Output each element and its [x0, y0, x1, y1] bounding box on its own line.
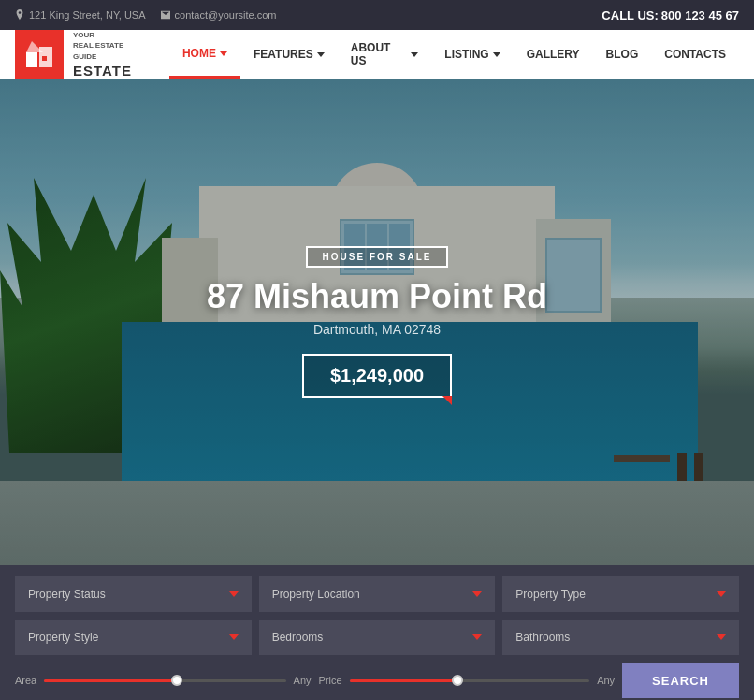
email-icon	[161, 9, 170, 21]
bathrooms-arrow	[717, 634, 726, 640]
property-type-arrow	[717, 591, 726, 597]
property-status-arrow	[229, 591, 239, 597]
search-row-1: Property Status Property Location Proper…	[15, 576, 739, 612]
price-track[interactable]	[350, 679, 590, 682]
nav-about-arrow	[411, 52, 418, 57]
svg-rect-0	[26, 52, 37, 67]
nav-contacts[interactable]: CONTACTS	[651, 30, 739, 79]
search-row-2: Property Style Bedrooms Bathrooms	[15, 620, 739, 655]
location-icon	[15, 9, 24, 21]
hero-content: HOUSE FOR SALE 87 Mishaum Point Rd Dartm…	[152, 246, 602, 398]
logo-line2: REAL ESTATE	[73, 41, 123, 50]
logo-brand: ESTATE	[73, 63, 132, 79]
area-thumb[interactable]	[171, 675, 182, 686]
area-label: Area	[15, 675, 36, 686]
price-slider-group: Price Any	[319, 675, 616, 686]
svg-rect-3	[42, 56, 47, 61]
area-track[interactable]	[44, 679, 285, 682]
email-info: contact@yoursite.com	[161, 9, 277, 21]
bathrooms-select[interactable]: Bathrooms	[502, 620, 739, 655]
price-value: Any	[597, 675, 615, 686]
hero-title: 87 Mishaum Point Rd	[152, 277, 602, 316]
slider-row: Area Any Price Any SEARCH	[15, 663, 739, 698]
price-label: Price	[319, 675, 342, 686]
address-text: 121 King Street, NY, USA	[29, 9, 146, 21]
for-sale-badge: HOUSE FOR SALE	[306, 246, 449, 268]
price-fill	[350, 679, 457, 682]
price-thumb[interactable]	[452, 675, 463, 686]
nav-listing[interactable]: LISTING	[431, 30, 513, 79]
logo-line1: YOUR	[73, 31, 94, 39]
area-value: Any	[294, 675, 312, 686]
header: YOUR REAL ESTATE GUIDE ESTATE HOME FEATU…	[0, 30, 754, 79]
property-style-arrow	[229, 634, 239, 640]
nav-blog[interactable]: BLOG	[593, 30, 652, 79]
hero-subtitle: Dartmouth, MA 02748	[152, 322, 602, 337]
property-type-label: Property Type	[515, 588, 585, 601]
search-bar: Property Status Property Location Proper…	[0, 565, 754, 700]
nav-listing-arrow	[493, 52, 500, 57]
price-value: $1,249,000	[330, 365, 424, 386]
nav-features[interactable]: FEATURES	[240, 30, 338, 79]
top-bar: 121 King Street, NY, USA contact@yoursit…	[0, 0, 754, 30]
nav-home-arrow	[220, 51, 227, 56]
area-slider-group: Area Any	[15, 675, 312, 686]
email-text: contact@yoursite.com	[175, 9, 277, 21]
hero-section: HOUSE FOR SALE 87 Mishaum Point Rd Dartm…	[0, 79, 754, 565]
logo-icon	[15, 30, 64, 79]
nav-gallery[interactable]: GALLERY	[514, 30, 593, 79]
main-nav: HOME FEATURES ABOUT US LISTING GALLERY B…	[169, 30, 739, 79]
property-type-select[interactable]: Property Type	[502, 576, 739, 612]
logo-svg	[24, 39, 54, 69]
address-info: 121 King Street, NY, USA	[15, 9, 146, 21]
top-bar-left: 121 King Street, NY, USA contact@yoursit…	[15, 9, 277, 21]
search-button[interactable]: SEARCH	[622, 663, 739, 698]
property-location-arrow	[472, 591, 482, 597]
price-box: $1,249,000	[302, 354, 452, 398]
nav-about[interactable]: ABOUT US	[338, 30, 432, 79]
property-location-label: Property Location	[272, 588, 360, 601]
bedrooms-label: Bedrooms	[272, 631, 324, 644]
property-status-label: Property Status	[28, 588, 106, 601]
property-style-label: Property Style	[28, 631, 98, 644]
property-status-select[interactable]: Property Status	[15, 576, 252, 612]
logo-line3: GUIDE	[73, 52, 96, 61]
property-style-select[interactable]: Property Style	[15, 620, 252, 655]
logo[interactable]: YOUR REAL ESTATE GUIDE ESTATE	[15, 30, 141, 79]
nav-home[interactable]: HOME	[169, 30, 240, 79]
bathrooms-label: Bathrooms	[515, 631, 570, 644]
bedrooms-select[interactable]: Bedrooms	[259, 620, 496, 655]
nav-features-arrow	[317, 52, 325, 57]
call-label: CALL US:	[602, 8, 658, 22]
area-fill	[44, 679, 177, 682]
phone-info: CALL US: 800 123 45 67	[602, 8, 739, 22]
phone-number: 800 123 45 67	[661, 8, 739, 22]
bedrooms-arrow	[472, 634, 482, 640]
property-location-select[interactable]: Property Location	[259, 576, 496, 612]
